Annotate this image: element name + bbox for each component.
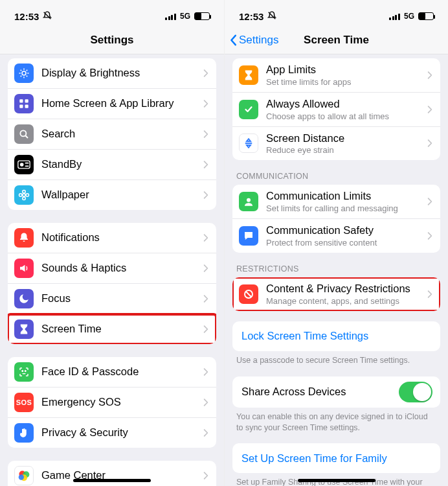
svg-point-20: [19, 474, 24, 480]
svg-rect-4: [25, 105, 28, 108]
settings-row[interactable]: Search: [8, 119, 216, 149]
detail-row[interactable]: Communication SafetyProtect from sensiti…: [232, 218, 440, 253]
chevron-right-icon: [203, 398, 208, 407]
chevron-right-icon: [203, 233, 208, 242]
screen-time-list[interactable]: App LimitsSet time limits for appsAlways…: [225, 54, 448, 486]
row-label: Communication Safety: [266, 224, 420, 237]
row-labels: Communication SafetyProtect from sensiti…: [266, 224, 420, 248]
section-group: Lock Screen Time Settings: [232, 321, 440, 351]
row-sublabel: Manage content, apps, and settings: [266, 296, 420, 306]
brightness-icon: [14, 64, 34, 83]
chevron-right-icon: [427, 105, 432, 114]
settings-row[interactable]: Focus: [8, 283, 216, 314]
row-sublabel: Set time limits for apps: [266, 77, 420, 87]
network-label: 5G: [404, 12, 414, 21]
settings-row[interactable]: Face ID & Passcode: [8, 357, 216, 387]
settings-group: Game CenteriCloudWallet & Apple Pay: [8, 461, 216, 486]
row-labels: Wallpaper: [41, 189, 196, 202]
home-indicator[interactable]: [73, 479, 151, 482]
row-labels: Privacy & Security: [41, 426, 196, 439]
row-labels: Content & Privacy RestrictionsManage con…: [266, 283, 420, 306]
screen-distance-icon: [239, 133, 258, 153]
row-labels: App LimitsSet time limits for apps: [266, 64, 420, 87]
home-indicator[interactable]: [298, 479, 375, 482]
svg-rect-1: [19, 99, 23, 102]
sounds-icon: [14, 259, 34, 278]
row-labels: StandBy: [41, 158, 196, 171]
row-label: Display & Brightness: [41, 67, 196, 80]
row-label: App Limits: [266, 64, 420, 76]
chevron-right-icon: [203, 191, 208, 200]
settings-list[interactable]: Display & BrightnessHome Screen & App Li…: [0, 54, 224, 486]
row-sublabel: Reduce eye strain: [266, 145, 420, 155]
content-privacy-icon: [239, 284, 258, 304]
chevron-right-icon: [203, 69, 208, 78]
two-phone-screenshots: 12:53 5G Settings Display & BrightnessHo…: [0, 0, 448, 486]
toggle-row[interactable]: Share Across Devices: [232, 376, 440, 408]
row-labels: Face ID & Passcode: [41, 365, 196, 378]
detail-row[interactable]: Always AllowedChoose apps to allow at al…: [232, 92, 440, 126]
row-labels: Search: [41, 128, 196, 141]
notifications-icon: [14, 228, 34, 248]
row-sublabel: Choose apps to allow at all times: [266, 111, 420, 121]
settings-group: Face ID & PasscodeSOSEmergency SOSPrivac…: [8, 357, 216, 448]
settings-row[interactable]: Sounds & Haptics: [8, 253, 216, 283]
sos-icon: SOS: [14, 393, 34, 412]
chevron-right-icon: [427, 71, 432, 80]
row-label: Share Across Devices: [241, 386, 391, 399]
detail-row[interactable]: App LimitsSet time limits for apps: [232, 58, 440, 92]
row-label: Focus: [41, 292, 196, 305]
row-label: Wallpaper: [41, 189, 196, 202]
chevron-right-icon: [203, 471, 208, 480]
link-row[interactable]: Set Up Screen Time for Family: [232, 443, 440, 473]
detail-row[interactable]: Content & Privacy RestrictionsManage con…: [232, 277, 440, 311]
nav-bar: Settings: [0, 26, 224, 54]
detail-row[interactable]: Communication LimitsSet limits for calli…: [232, 185, 440, 218]
settings-row[interactable]: SOSEmergency SOS: [8, 387, 216, 417]
row-sublabel: Protect from sensitive content: [266, 238, 420, 248]
section-group: App LimitsSet time limits for appsAlways…: [232, 58, 440, 160]
phone-right: 12:53 5G Settings Screen Time App Limits…: [224, 0, 448, 486]
row-label: Screen Distance: [266, 132, 420, 145]
chevron-right-icon: [427, 231, 432, 240]
chevron-right-icon: [427, 290, 432, 299]
settings-row[interactable]: Wallpaper: [8, 179, 216, 210]
settings-group: NotificationsSounds & HapticsFocusScreen…: [8, 223, 216, 344]
chevron-right-icon: [203, 367, 208, 376]
svg-rect-2: [25, 99, 28, 102]
settings-row[interactable]: Screen Time: [8, 314, 216, 344]
settings-row[interactable]: Home Screen & App Library: [8, 88, 216, 119]
settings-row[interactable]: Display & Brightness: [8, 58, 216, 88]
chevron-right-icon: [427, 197, 432, 206]
row-label: Content & Privacy Restrictions: [266, 283, 420, 295]
battery-icon: [418, 12, 434, 20]
settings-row[interactable]: Notifications: [8, 223, 216, 253]
row-label: Home Screen & App Library: [41, 97, 196, 110]
svg-point-26: [247, 198, 251, 202]
section-group: Share Across Devices: [232, 376, 440, 408]
section-group: Set Up Screen Time for Family: [232, 443, 440, 473]
settings-row[interactable]: Game Center: [8, 461, 216, 486]
row-labels: Lock Screen Time Settings: [241, 330, 432, 343]
row-label: Lock Screen Time Settings: [241, 330, 432, 343]
back-button[interactable]: Settings: [230, 26, 278, 54]
link-row[interactable]: Lock Screen Time Settings: [232, 321, 440, 351]
detail-row[interactable]: Screen DistanceReduce eye strain: [232, 126, 440, 161]
row-labels: Communication LimitsSet limits for calli…: [266, 190, 420, 213]
section-header: COMMUNICATION: [232, 160, 440, 185]
chevron-right-icon: [203, 264, 208, 273]
row-labels: Focus: [41, 292, 196, 305]
toggle-switch[interactable]: [399, 382, 432, 402]
row-label: Privacy & Security: [41, 426, 196, 439]
gamecenter-icon: [14, 466, 34, 485]
clock-text: 12:53: [239, 11, 263, 22]
always-allowed-icon: [239, 100, 258, 119]
svg-point-14: [26, 194, 29, 197]
communication-safety-icon: [239, 226, 258, 246]
faceid-icon: [14, 362, 34, 382]
svg-point-7: [20, 163, 24, 167]
settings-row[interactable]: StandBy: [8, 149, 216, 179]
status-bar: 12:53 5G: [0, 0, 224, 26]
settings-row[interactable]: Privacy & Security: [8, 417, 216, 448]
row-label: Emergency SOS: [41, 396, 196, 409]
